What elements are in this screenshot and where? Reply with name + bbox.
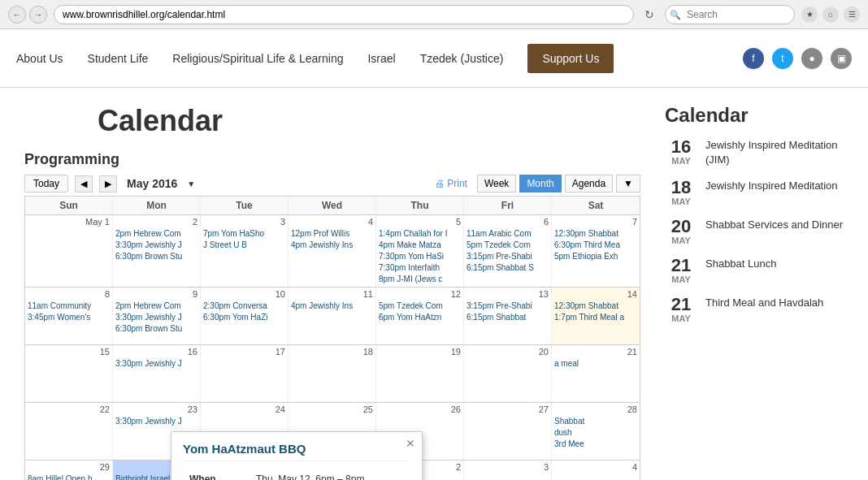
- event-may11-1: 4pm Jewishly Ins: [291, 301, 373, 311]
- cal-cell-may21[interactable]: 21 a meal: [552, 345, 640, 402]
- agenda-view-button[interactable]: Agenda: [565, 175, 613, 192]
- back-button[interactable]: ←: [8, 6, 26, 24]
- facebook-icon[interactable]: f: [743, 48, 764, 69]
- event-may14-2: 1:7pm Third Meal a: [554, 312, 637, 322]
- event-may7-3: 5pm Ethiopia Exh: [554, 251, 637, 262]
- sidebar-date-num-3: 20: [665, 218, 697, 236]
- sidebar-date-5: 21 MAY: [665, 296, 697, 323]
- nav-religious[interactable]: Religious/Spiritual Life & Learning: [172, 49, 343, 68]
- event-may2-3: 6:30pm Brown Stu: [115, 251, 197, 262]
- forward-button[interactable]: →: [29, 6, 47, 24]
- sidebar-month-2: MAY: [665, 197, 697, 206]
- date-may22: 22: [28, 404, 110, 414]
- cal-cell-may9[interactable]: 9 2pm Hebrew Com 3:30pm Jewishly J 6:30p…: [113, 288, 201, 344]
- cal-cell-may20[interactable]: 20: [464, 345, 552, 402]
- cal-cell-may29[interactable]: 29 8am Hillel Open h: [25, 461, 113, 480]
- popup-when-value: Thu, May 12, 6pm – 8pm: [251, 471, 409, 480]
- cal-cell-may13[interactable]: 13 3:15pm Pre-Shabi 6:15pm Shabbat: [464, 288, 552, 344]
- header-mon: Mon: [113, 197, 201, 214]
- event-may12-1: 5pm Tzedek Com: [379, 301, 461, 311]
- event-may9-1: 2pm Hebrew Com: [115, 301, 197, 311]
- header-fri: Fri: [464, 197, 552, 214]
- browser-nav-buttons: ← →: [8, 6, 47, 24]
- sidebar-title: Calendar: [665, 104, 844, 127]
- month-view-button[interactable]: Month: [519, 175, 561, 192]
- nav-student-life[interactable]: Student Life: [88, 49, 149, 68]
- cal-cell-may11[interactable]: 11 4pm Jewishly Ins: [289, 288, 376, 344]
- cal-cell-may22[interactable]: 22: [25, 403, 113, 460]
- cal-cell-may15[interactable]: 15: [25, 345, 113, 402]
- nav-tzedek[interactable]: Tzedek (Justice): [420, 49, 504, 68]
- cal-cell-may17[interactable]: 17: [201, 345, 289, 402]
- cal-cell-may8[interactable]: 8 11am Community 3:45pm Women's: [25, 288, 113, 344]
- settings-view-button[interactable]: ▼: [616, 175, 640, 192]
- popup-close-button[interactable]: ✕: [406, 437, 415, 450]
- bookmark-icon[interactable]: ★: [801, 6, 818, 23]
- social-icon-1[interactable]: ●: [801, 48, 822, 69]
- date-may19: 19: [379, 347, 461, 357]
- event-may5-1: 1:4pm Challah for I: [379, 228, 461, 239]
- cal-cell-may1[interactable]: May 1: [25, 215, 113, 287]
- next-month-button[interactable]: ▶: [99, 175, 117, 192]
- cal-cell-may6[interactable]: 6 11am Arabic Com 5pm Tzedek Com 3:15pm …: [464, 215, 552, 287]
- refresh-button[interactable]: ↻: [640, 6, 658, 24]
- cal-cell-may14[interactable]: 14 12:30pm Shabbat 1:7pm Third Meal a: [552, 288, 640, 344]
- date-may15: 15: [28, 347, 110, 357]
- cal-cell-may19[interactable]: 19: [376, 345, 464, 402]
- sidebar-event-name-1: Jewishly Inspired Meditation (JIM): [705, 138, 844, 167]
- cal-cell-may18[interactable]: 18: [289, 345, 376, 402]
- header-sun: Sun: [25, 197, 113, 214]
- week-view-button[interactable]: Week: [477, 175, 516, 192]
- event-may9-2: 3:30pm Jewishly J: [115, 312, 197, 322]
- cal-cell-may2[interactable]: 2 2pm Hebrew Com 3:30pm Jewishly J 6:30p…: [113, 215, 201, 287]
- sidebar-event-name-2: Jewishly Inspired Meditation: [705, 179, 838, 193]
- cal-cell-may10[interactable]: 10 2:30pm Conversa 6:30pm Yom HaZi: [201, 288, 289, 344]
- calendar-week-2: 8 11am Community 3:45pm Women's 9 2pm He…: [25, 288, 640, 345]
- cal-cell-jun4[interactable]: 4: [552, 461, 640, 480]
- page-title: Calendar: [24, 104, 640, 138]
- sidebar-month-4: MAY: [665, 275, 697, 284]
- cal-cell-may27[interactable]: 27: [464, 403, 552, 460]
- event-may10-2: 6:30pm Yom HaZi: [203, 312, 285, 322]
- cal-cell-may4[interactable]: 4 12pm Prof Willis 4pm Jewishly Ins: [289, 215, 376, 287]
- popup-details: When Thu, May 12, 6pm – 8pm Where Hillel…: [183, 469, 410, 480]
- cal-cell-jun3[interactable]: 3: [464, 461, 552, 480]
- home-icon[interactable]: ⌂: [822, 6, 839, 23]
- popup-title: Yom HaAtzmaut BBQ: [183, 442, 410, 461]
- url-bar[interactable]: [54, 5, 634, 24]
- calendar-week-1: May 1 2 2pm Hebrew Com 3:30pm Jewishly J…: [25, 215, 640, 288]
- event-may8-1: 11am Community: [28, 301, 110, 311]
- date-jun3: 3: [467, 462, 549, 472]
- header-sat: Sat: [552, 197, 640, 214]
- date-may2: 2: [115, 217, 197, 227]
- twitter-icon[interactable]: t: [772, 48, 793, 69]
- support-us-button[interactable]: Support Us: [527, 44, 614, 73]
- menu-icon[interactable]: ☰: [844, 6, 860, 23]
- cal-cell-may3[interactable]: 3 7pm Yom HaSho J Street U B: [201, 215, 289, 287]
- nav-about-us[interactable]: About Us: [16, 49, 63, 68]
- sidebar-month-3: MAY: [665, 236, 697, 245]
- cal-cell-may5[interactable]: 5 1:4pm Challah for I 4pm Make Matza 7:3…: [376, 215, 464, 287]
- event-may7-1: 12:30pm Shabbat: [554, 228, 637, 239]
- event-may23-1: 3:30pm Jewishly J: [115, 416, 197, 426]
- cal-cell-may28[interactable]: 28 Shabbat dush 3rd Mee: [552, 403, 640, 460]
- search-input[interactable]: [665, 5, 795, 24]
- event-may6-3: 3:15pm Pre-Shabi: [467, 251, 549, 262]
- prev-month-button[interactable]: ◀: [75, 175, 93, 192]
- print-button[interactable]: 🖨 Print: [435, 178, 467, 189]
- sidebar-date-num-5: 21: [665, 296, 697, 314]
- today-button[interactable]: Today: [24, 175, 68, 192]
- view-buttons: 🖨 Print Week Month Agenda ▼: [435, 175, 640, 192]
- cal-cell-may12[interactable]: 12 5pm Tzedek Com 6pm Yom HaAtzn: [376, 288, 464, 344]
- event-may3-2: J Street U B: [203, 240, 285, 250]
- event-may28-3: 3rd Mee: [554, 439, 637, 449]
- date-may10: 10: [203, 289, 285, 299]
- date-may21: 21: [554, 347, 637, 357]
- cal-cell-may16[interactable]: 16 3:30pm Jewishly J: [113, 345, 201, 402]
- social-icon-2[interactable]: ▣: [831, 48, 852, 69]
- nav-israel[interactable]: Israel: [367, 49, 395, 68]
- event-may6-4: 6:15pm Shabbat S: [467, 262, 549, 273]
- cal-cell-may7[interactable]: 7 12:30pm Shabbat 6:30pm Third Mea 5pm E…: [552, 215, 640, 287]
- date-may14: 14: [554, 289, 637, 299]
- month-dropdown-arrow[interactable]: ▼: [187, 179, 195, 188]
